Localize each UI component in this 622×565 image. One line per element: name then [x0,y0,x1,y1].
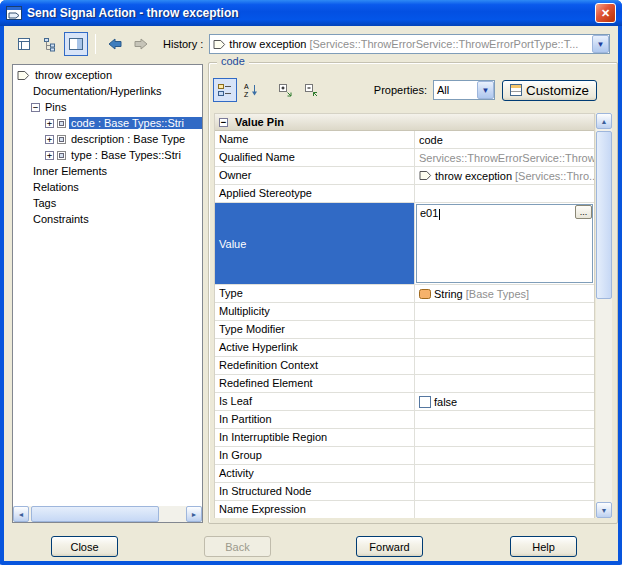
tree-item-label: code : Base Types::Stri [69,117,202,129]
property-row[interactable]: Valuee01... [215,203,594,285]
tree-item-label: Tags [31,197,58,209]
property-row[interactable]: Name Expression [215,501,594,518]
forward-icon[interactable] [129,32,153,56]
property-table: − Value Pin NamecodeQualified NameServic… [214,113,595,518]
scrollbar-thumb[interactable] [596,131,612,299]
close-icon[interactable]: ✕ [595,3,616,23]
tree-item[interactable]: −Pins [13,99,202,115]
toolbar-separator [95,34,96,54]
expand-toggle-icon[interactable]: + [45,135,54,144]
property-value[interactable] [415,483,594,500]
expand-nodes-icon[interactable] [273,78,297,102]
tree-item-label: Pins [43,101,68,113]
scroll-left-icon[interactable]: ◄ [13,506,29,522]
scroll-down-icon[interactable]: ▼ [596,502,612,518]
chevron-down-icon[interactable]: ▼ [477,81,494,99]
property-row[interactable]: TypeString [Base Types] [215,285,594,303]
scroll-right-icon[interactable]: ► [186,506,202,522]
scrollbar-thumb[interactable] [31,506,159,522]
history-label: History : [163,38,203,50]
property-value[interactable] [415,465,594,482]
collapse-toggle-icon[interactable]: − [31,103,40,112]
expand-toggle-icon[interactable]: + [45,119,54,128]
history-item-detail: [Services::ThrowErrorService::ThrowError… [309,38,578,50]
vertical-scrollbar[interactable]: ▲ ▼ [596,113,612,518]
property-value[interactable]: Services::ThrowErrorService::Throw... [415,149,594,166]
tree-item[interactable]: throw exception [13,67,202,83]
tree-item[interactable]: +code : Base Types::Stri [13,115,202,131]
property-row[interactable]: Multiplicity [215,303,594,321]
value-main: throw exception [435,170,512,182]
property-row[interactable]: Type Modifier [215,321,594,339]
property-value[interactable] [415,357,594,374]
tree-item[interactable]: Constraints [13,211,202,227]
tree-item[interactable]: +type : Base Types::Stri [13,147,202,163]
horizontal-scrollbar[interactable]: ◄ ► [13,506,202,522]
property-row[interactable]: Is Leaffalse [215,393,594,411]
element-tree: throw exceptionDocumentation/Hyperlinks−… [13,67,202,506]
sort-alphabetically-icon[interactable]: AZ [239,78,263,102]
value-editor[interactable]: e01 [416,204,593,283]
form-view-icon[interactable] [12,32,36,56]
close-button[interactable]: Close [51,536,118,557]
customize-button[interactable]: Customize [502,80,597,101]
scrollbar-track [596,299,612,502]
property-value[interactable] [415,185,594,202]
tree-item[interactable]: Tags [13,195,202,211]
back-icon[interactable] [103,32,127,56]
property-row[interactable]: Applied Stereotype [215,185,594,203]
pin-icon [57,135,66,144]
collapse-toggle-icon[interactable]: − [219,118,228,127]
property-row[interactable]: Activity [215,465,594,483]
properties-filter-combobox[interactable]: All ▼ [433,80,495,100]
tree-item-label: throw exception [33,69,114,81]
property-value[interactable] [415,375,594,392]
property-row[interactable]: Namecode [215,131,594,149]
property-row[interactable]: Ownerthrow exception [Services::Thro... [215,167,594,185]
customize-label: Customize [526,83,589,98]
tree-item[interactable]: Inner Elements [13,163,202,179]
property-value[interactable] [415,339,594,356]
ellipsis-button[interactable]: ... [575,205,592,219]
property-value[interactable]: throw exception [Services::Thro... [415,167,594,184]
property-value[interactable] [415,429,594,446]
history-combobox[interactable]: throw exception [Services::ThrowErrorSer… [209,34,610,54]
property-row[interactable]: In Interruptible Region [215,429,594,447]
section-header[interactable]: − Value Pin [215,114,594,131]
containment-view-icon[interactable] [38,32,62,56]
properties-view-icon[interactable] [64,32,88,56]
property-value[interactable] [415,501,594,518]
tree-item-label: description : Base Type [69,133,187,145]
value-text: e01 [420,207,438,219]
property-value[interactable]: String [Base Types] [415,285,594,302]
property-value[interactable] [415,321,594,338]
property-row[interactable]: In Group [215,447,594,465]
property-value[interactable] [415,411,594,428]
scrollbar-track [159,506,186,522]
property-row[interactable]: Redefinition Context [215,357,594,375]
property-value[interactable]: code [415,131,594,148]
categorized-view-icon[interactable] [213,78,237,102]
property-value[interactable]: false [415,393,594,410]
property-value[interactable] [415,303,594,320]
properties-filter-value: All [434,84,477,96]
is-leaf-checkbox[interactable] [419,396,431,408]
help-button[interactable]: Help [510,536,577,557]
property-value[interactable] [415,447,594,464]
collapse-nodes-icon[interactable] [299,78,323,102]
property-row[interactable]: In Partition [215,411,594,429]
property-row[interactable]: Qualified NameServices::ThrowErrorServic… [215,149,594,167]
property-row[interactable]: Active Hyperlink [215,339,594,357]
property-name: Activity [215,465,415,482]
scroll-up-icon[interactable]: ▲ [596,113,612,129]
tree-item[interactable]: Documentation/Hyperlinks [13,83,202,99]
property-value[interactable]: e01... [415,203,594,284]
tree-item-label: Documentation/Hyperlinks [31,85,163,97]
property-row[interactable]: Redefined Element [215,375,594,393]
forward-button[interactable]: Forward [356,536,423,557]
property-row[interactable]: In Structured Node [215,483,594,501]
expand-toggle-icon[interactable]: + [45,151,54,160]
tree-item[interactable]: Relations [13,179,202,195]
chevron-down-icon[interactable]: ▼ [592,35,609,53]
tree-item[interactable]: +description : Base Type [13,131,202,147]
